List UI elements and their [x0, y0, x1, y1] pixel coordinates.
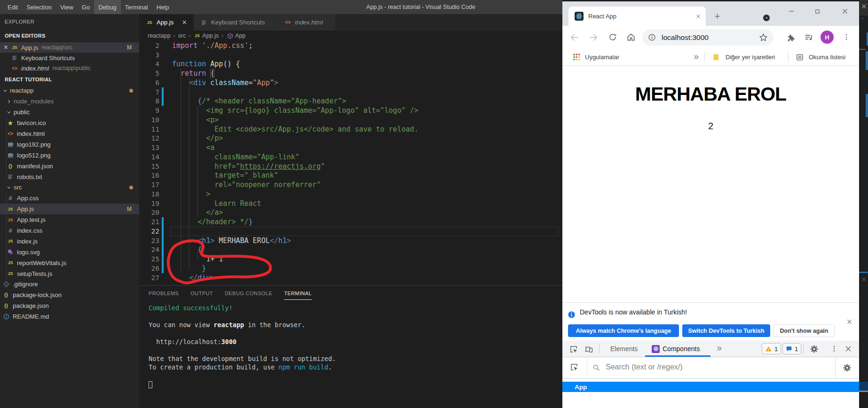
inspect-component-icon[interactable]: [570, 363, 578, 371]
code-editor[interactable]: 2import './App.css';34function App() {5 …: [139, 41, 562, 285]
notification-button-switch-devtools-to-turkish[interactable]: Switch DevTools to Turkish: [682, 324, 770, 337]
menu-edit[interactable]: Edit: [3, 0, 22, 14]
components-search-input[interactable]: Search (text or /regex/): [606, 363, 683, 371]
code-line-3[interactable]: 3: [139, 50, 562, 60]
tree-item-package-json[interactable]: {}package.json: [0, 300, 139, 311]
code-line-10[interactable]: 10 <p>: [139, 115, 562, 125]
devtools-menu-icon[interactable]: [830, 345, 838, 353]
tree-item-favicon-ico[interactable]: ★favicon.ico: [0, 118, 139, 128]
url-text[interactable]: localhost:3000: [662, 33, 759, 42]
warning-badge[interactable]: 1: [762, 343, 781, 354]
code-line-18[interactable]: 18 >: [139, 189, 562, 199]
tab-components[interactable]: Components: [652, 343, 700, 355]
editor-tab-index-html[interactable]: <>index.html: [277, 14, 335, 31]
breadcrumb-src[interactable]: src: [178, 32, 186, 39]
tree-item-reportwebvitals-js[interactable]: JSreportWebVitals.js: [0, 258, 139, 268]
tree-item-setuptests-js[interactable]: JSsetupTests.js: [0, 268, 139, 279]
panel-tab-problems[interactable]: PROBLEMS: [149, 290, 179, 300]
message-badge[interactable]: 1: [782, 343, 801, 354]
tree-item-public[interactable]: public: [0, 107, 139, 118]
tree-item-logo192-png[interactable]: logo192.png: [0, 139, 139, 150]
breadcrumb-app[interactable]: App: [226, 32, 245, 39]
open-editor-app-js[interactable]: ×JSApp.jsreactapp\srcM: [0, 42, 139, 53]
tab-elements[interactable]: Elements: [610, 345, 638, 353]
window-close-button[interactable]: [838, 6, 852, 17]
other-bookmarks-folder-icon[interactable]: [712, 53, 720, 61]
components-settings-icon[interactable]: [843, 363, 852, 372]
tree-item-logo512-png[interactable]: logo512.png: [0, 150, 139, 161]
panel-tab-output[interactable]: OUTPUT: [190, 290, 213, 300]
profile-avatar[interactable]: H: [821, 31, 834, 44]
tree-item-index-js[interactable]: JSindex.js: [0, 236, 139, 247]
code-line-7[interactable]: 7: [139, 87, 562, 97]
tab-close-icon[interactable]: [695, 14, 701, 19]
close-editor-icon[interactable]: ×: [3, 43, 9, 52]
back-button[interactable]: [569, 32, 579, 42]
bookmarks-overflow-icon[interactable]: [693, 54, 699, 60]
tree-item-manifest-json[interactable]: {}manifest.json: [0, 161, 139, 172]
code-line-2[interactable]: 2import './App.css';: [139, 41, 562, 50]
breadcrumb-reactapp[interactable]: reactapp: [148, 32, 171, 39]
code-line-20[interactable]: 20 </a>: [139, 208, 562, 218]
code-line-12[interactable]: 12 </p>: [139, 134, 562, 143]
window-maximize-button[interactable]: [810, 6, 824, 17]
code-line-14[interactable]: 14 className="App-link": [139, 152, 562, 162]
tree-item-node-modules[interactable]: node_modules: [0, 96, 139, 107]
code-line-23[interactable]: 23 <h1> MERHABA EROL</h1>: [139, 236, 562, 245]
inspect-element-icon[interactable]: [569, 345, 578, 353]
code-line-4[interactable]: 4function App() {: [139, 60, 562, 69]
code-line-22[interactable]: 22: [139, 227, 562, 236]
editor-tab-app-js[interactable]: JSApp.js×: [139, 14, 194, 31]
reading-list-icon[interactable]: [796, 53, 804, 61]
tree-item-logo-svg[interactable]: logo.svg: [0, 247, 139, 258]
code-line-11[interactable]: 11 Edit <code>src/App.js</code> and save…: [139, 125, 562, 134]
panel-tab-debug-console[interactable]: DEBUG CONSOLE: [225, 290, 272, 300]
tree-item-app-test-js[interactable]: JSApp.test.js: [0, 214, 139, 225]
tree-item-reactapp[interactable]: reactapp: [0, 86, 139, 96]
new-tab-button[interactable]: [714, 13, 721, 20]
code-line-5[interactable]: 5 return (: [139, 69, 562, 78]
bookmark-apps-label[interactable]: Uygulamalar: [585, 54, 619, 61]
bookmark-star-icon[interactable]: [759, 33, 768, 42]
media-controls-icon[interactable]: [804, 32, 813, 42]
reload-button[interactable]: [608, 33, 617, 41]
tree-item-src[interactable]: src: [0, 182, 139, 193]
notification-button-don-t-show-again[interactable]: Don't show again: [773, 324, 835, 337]
devtools-close-icon[interactable]: [844, 345, 852, 353]
notification-button-always-match-chrome-s-language[interactable]: Always match Chrome's language: [568, 324, 679, 337]
device-toolbar-icon[interactable]: [584, 345, 593, 353]
chrome-menu-icon[interactable]: [843, 33, 850, 41]
tab-search-button[interactable]: [763, 15, 770, 21]
menu-debug[interactable]: Debug: [94, 0, 120, 14]
code-line-13[interactable]: 13 <a: [139, 143, 562, 152]
open-editor-index-html[interactable]: <>index.htmlreactapp\public: [0, 63, 139, 73]
tree-item-app-js[interactable]: JSApp.jsM: [0, 204, 139, 214]
browser-tab-react-app[interactable]: React App: [568, 7, 706, 26]
apps-grid-icon[interactable]: [573, 53, 580, 61]
code-line-17[interactable]: 17 rel="noopener noreferrer": [139, 180, 562, 189]
menu-go[interactable]: Go: [78, 0, 94, 14]
home-button[interactable]: [626, 32, 636, 42]
code-line-21[interactable]: 21 </header> */}: [139, 217, 562, 227]
code-line-19[interactable]: 19 Learn React: [139, 199, 562, 208]
open-editors-header[interactable]: OPEN EDITORS: [5, 33, 46, 39]
code-line-9[interactable]: 9 <img src={logo} className="App-logo" a…: [139, 106, 562, 115]
code-line-27[interactable]: 27 </div>: [139, 273, 562, 282]
extensions-icon[interactable]: [786, 33, 795, 42]
devtools-settings-icon[interactable]: [810, 345, 819, 353]
component-tree-row-app[interactable]: App: [562, 382, 859, 392]
address-bar[interactable]: localhost:3000: [642, 29, 773, 46]
menu-selection[interactable]: Selection: [22, 0, 55, 14]
editor-tab-keyboard-shortcuts[interactable]: Keyboard Shortcuts: [194, 14, 277, 31]
code-line-6[interactable]: 6 <div className="App">: [139, 78, 562, 87]
tab-close-icon[interactable]: ×: [182, 18, 187, 27]
tree-item-robots-txt[interactable]: robots.txt: [0, 172, 139, 182]
tree-item-app-css[interactable]: #App.css: [0, 193, 139, 204]
more-tabs-icon[interactable]: [716, 345, 722, 352]
menu-view[interactable]: View: [56, 0, 78, 14]
open-editor-keyboard-shortcuts[interactable]: Keyboard Shortcuts: [0, 53, 139, 63]
tree-item-index-css[interactable]: #index.css: [0, 225, 139, 236]
tree-item-index-html[interactable]: <>index.html: [0, 128, 139, 139]
window-minimize-button[interactable]: [784, 6, 798, 17]
notification-close-icon[interactable]: [846, 319, 852, 325]
